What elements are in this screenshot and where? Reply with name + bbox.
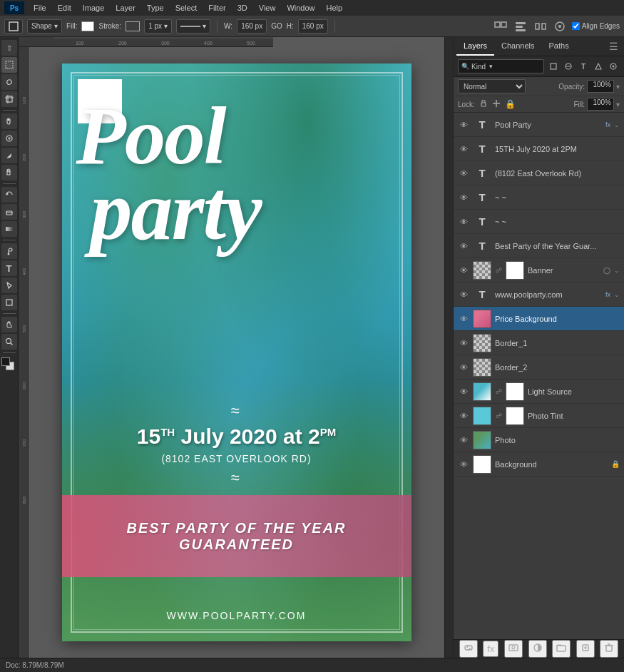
filter-adjustment-icon[interactable] bbox=[562, 60, 575, 73]
lasso-tool[interactable] bbox=[1, 74, 17, 90]
menu-select[interactable]: Select bbox=[170, 2, 203, 14]
lock-pixels-btn[interactable] bbox=[479, 99, 488, 109]
stroke-size-select[interactable]: 1 px ▾ bbox=[144, 19, 172, 34]
menu-filter[interactable]: Filter bbox=[203, 2, 230, 14]
stroke-type-select[interactable]: ▾ bbox=[176, 19, 210, 34]
opacity-arrow[interactable]: ▾ bbox=[616, 83, 620, 91]
filter-smart-icon[interactable] bbox=[607, 60, 620, 73]
layer-expand-pool-party[interactable]: ⌄ bbox=[614, 121, 620, 128]
eye-background[interactable]: 👁 bbox=[458, 459, 469, 470]
fill-swatch[interactable] bbox=[81, 21, 94, 31]
delete-layer-btn[interactable] bbox=[600, 640, 618, 658]
menu-layer[interactable]: Layer bbox=[111, 2, 140, 14]
tool-mode-select[interactable]: Shape ▾ bbox=[27, 19, 62, 34]
filter-shape-icon[interactable] bbox=[592, 60, 605, 73]
blend-mode-select[interactable]: Normal bbox=[458, 79, 526, 93]
layer-item-photo[interactable]: 👁 Photo bbox=[454, 428, 624, 452]
eye-website[interactable]: 👁 bbox=[458, 289, 469, 300]
opacity-value[interactable]: 100% bbox=[587, 80, 614, 93]
hand-tool[interactable] bbox=[1, 317, 17, 332]
align-edges-checkbox[interactable]: Align Edges bbox=[572, 22, 620, 30]
shape-tool[interactable] bbox=[1, 295, 17, 310]
eye-date[interactable]: 👁 bbox=[458, 143, 469, 155]
settings-icon[interactable] bbox=[553, 20, 566, 33]
layer-item-price-bg[interactable]: 👁 Price Background bbox=[454, 307, 624, 331]
filter-pixel-icon[interactable] bbox=[547, 60, 560, 73]
eraser-tool[interactable] bbox=[1, 204, 17, 220]
menu-edit[interactable]: Edit bbox=[53, 2, 76, 14]
tool-shape-rect[interactable] bbox=[4, 19, 23, 34]
canvas-area[interactable]: 100 200 300 400 500 100 200 300 400 500 bbox=[19, 37, 444, 658]
eye-photo[interactable]: 👁 bbox=[458, 434, 469, 446]
layer-item-photo-tint[interactable]: 👁 ☍ Photo Tint bbox=[454, 404, 624, 428]
layer-item-border2[interactable]: 👁 Border_2 bbox=[454, 355, 624, 380]
move-tool[interactable]: ⇧ bbox=[1, 40, 17, 56]
menu-type[interactable]: Type bbox=[142, 2, 169, 14]
pen-tool[interactable] bbox=[1, 243, 17, 259]
menu-help[interactable]: Help bbox=[322, 2, 348, 14]
add-mask-btn[interactable] bbox=[504, 640, 523, 658]
eye-wave2[interactable]: 👁 bbox=[458, 216, 469, 228]
new-adjustment-btn[interactable] bbox=[528, 640, 547, 658]
panel-scrollbar[interactable] bbox=[444, 37, 453, 658]
layer-expand-banner[interactable]: ⌄ bbox=[614, 267, 620, 274]
align-left-icon[interactable] bbox=[513, 19, 528, 34]
marquee-tool[interactable] bbox=[1, 57, 17, 73]
stamp-tool[interactable] bbox=[1, 165, 17, 180]
layer-expand-website[interactable]: ⌄ bbox=[614, 291, 620, 298]
color-swatches[interactable] bbox=[1, 357, 17, 373]
tab-channels[interactable]: Channels bbox=[494, 37, 541, 56]
link-layers-btn[interactable] bbox=[459, 640, 478, 658]
layer-item-best-party[interactable]: 👁 T Best Party of the Year Guar... bbox=[454, 234, 624, 258]
eye-light-source[interactable]: 👁 bbox=[458, 386, 469, 397]
eye-photo-tint[interactable]: 👁 bbox=[458, 410, 469, 422]
fill-arrow[interactable]: ▾ bbox=[616, 101, 620, 108]
layer-fx-website[interactable]: fx bbox=[605, 291, 610, 298]
menu-file[interactable]: File bbox=[29, 2, 51, 14]
layer-item-wave1[interactable]: 👁 T ~ ~ bbox=[454, 185, 624, 210]
layer-fx-pool-party[interactable]: fx bbox=[605, 121, 610, 128]
fill-value[interactable]: 100% bbox=[587, 98, 614, 111]
eye-border2[interactable]: 👁 bbox=[458, 362, 469, 373]
layer-item-light-source[interactable]: 👁 ☍ Light Source bbox=[454, 380, 624, 404]
gradient-tool[interactable] bbox=[1, 221, 17, 237]
layer-item-date[interactable]: 👁 T 15TH July 2020 at 2PM bbox=[454, 137, 624, 161]
layer-item-address[interactable]: 👁 T (8102 East Overlook Rd) bbox=[454, 161, 624, 185]
new-layer-btn[interactable] bbox=[576, 640, 595, 658]
layer-item-pool-party[interactable]: 👁 T Pool Party fx ⌄ bbox=[454, 113, 624, 137]
arrange-icon[interactable] bbox=[493, 19, 508, 34]
eyedropper-tool[interactable] bbox=[1, 113, 17, 129]
add-fx-btn[interactable]: fx bbox=[483, 641, 498, 657]
eye-border1[interactable]: 👁 bbox=[458, 337, 469, 349]
eye-address[interactable]: 👁 bbox=[458, 168, 469, 179]
lock-all-btn[interactable]: 🔒 bbox=[505, 99, 516, 109]
height-input[interactable]: 160 px bbox=[298, 19, 328, 34]
tab-layers[interactable]: Layers bbox=[456, 37, 494, 56]
go-button[interactable]: GO bbox=[271, 22, 282, 30]
eye-pool-party[interactable]: 👁 bbox=[458, 119, 469, 131]
eye-banner[interactable]: 👁 bbox=[458, 265, 469, 276]
brush-tool[interactable] bbox=[1, 148, 17, 163]
eye-price-bg[interactable]: 👁 bbox=[458, 313, 469, 325]
menu-3d[interactable]: 3D bbox=[232, 2, 252, 14]
menu-window[interactable]: Window bbox=[282, 2, 319, 14]
eye-best-party[interactable]: 👁 bbox=[458, 240, 469, 252]
path-selection-tool[interactable] bbox=[1, 278, 17, 293]
poster[interactable]: Pool party ≈ 15TH July 2020 at 2PM (8102… bbox=[62, 63, 411, 641]
layer-item-website[interactable]: 👁 T www.poolparty.com fx ⌄ bbox=[454, 282, 624, 307]
eye-wave1[interactable]: 👁 bbox=[458, 192, 469, 203]
layer-item-background[interactable]: 👁 Background 🔒 bbox=[454, 452, 624, 477]
layer-item-wave2[interactable]: 👁 T ~ ~ bbox=[454, 210, 624, 234]
menu-view[interactable]: View bbox=[254, 2, 281, 14]
filter-kind-select[interactable]: 🔍 Kind ▾ bbox=[458, 59, 544, 73]
healing-tool[interactable] bbox=[1, 131, 17, 146]
lock-position-btn[interactable] bbox=[492, 99, 501, 109]
new-group-btn[interactable] bbox=[552, 640, 571, 658]
type-tool[interactable]: T bbox=[1, 260, 17, 276]
filter-type-icon[interactable]: T bbox=[577, 60, 590, 73]
layer-item-banner[interactable]: 👁 ☍ Banner ◯ ⌄ bbox=[454, 258, 624, 282]
tab-paths[interactable]: Paths bbox=[542, 37, 576, 56]
menu-image[interactable]: Image bbox=[78, 2, 110, 14]
layer-item-border1[interactable]: 👁 Border_1 bbox=[454, 331, 624, 355]
width-input[interactable]: 160 px bbox=[237, 19, 267, 34]
